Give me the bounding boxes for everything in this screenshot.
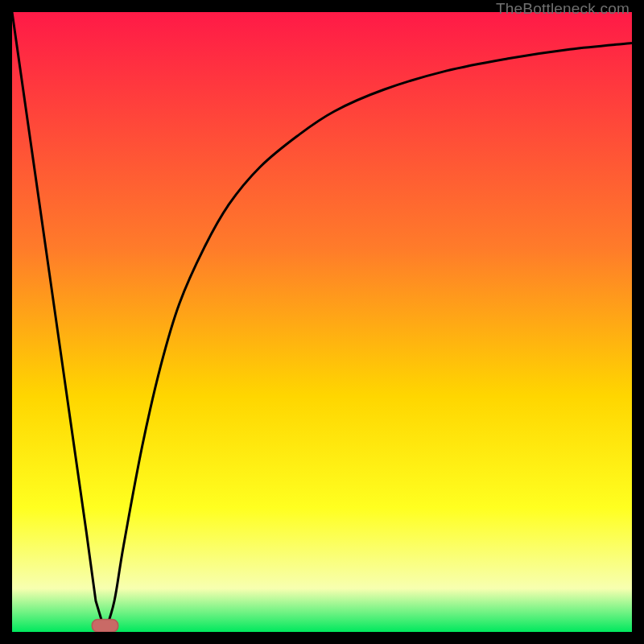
watermark-text: TheBottleneck.com bbox=[496, 0, 630, 18]
chart-frame bbox=[12, 12, 632, 632]
optimal-marker bbox=[92, 620, 118, 632]
heat-gradient bbox=[12, 12, 632, 632]
bottleneck-plot bbox=[12, 12, 632, 632]
